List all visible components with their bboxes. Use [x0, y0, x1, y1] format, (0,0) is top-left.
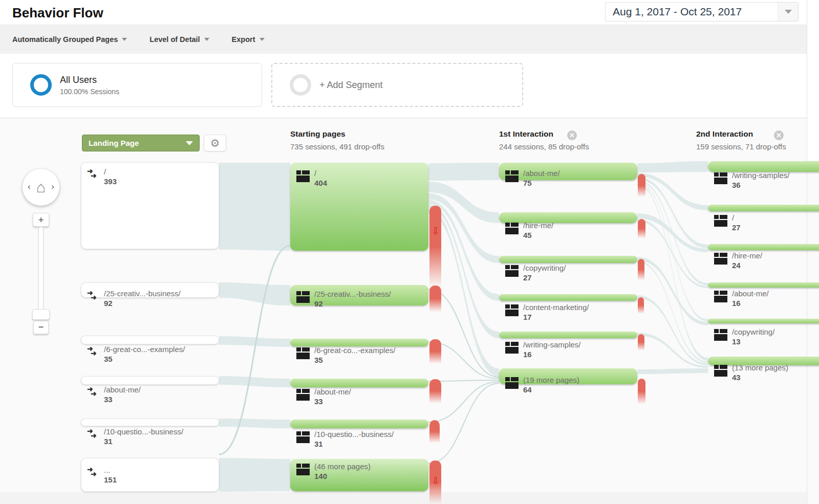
export-label: Export [232, 35, 255, 43]
zoom-out-button[interactable]: − [33, 321, 49, 334]
dropoff-band [638, 219, 645, 238]
date-range-caret[interactable] [778, 3, 798, 21]
flow-node-starting-4[interactable] [290, 420, 428, 428]
flow-node-first_interaction-5[interactable] [499, 368, 637, 384]
level-of-detail-label: Level of Detail [149, 35, 200, 43]
close-icon[interactable]: ✕ [567, 130, 577, 140]
dropoff-band [429, 420, 440, 443]
dropoff-band [638, 334, 644, 350]
chevron-down-icon [785, 10, 792, 14]
zoom-slider-thumb[interactable] [32, 309, 50, 320]
dropoff-band [638, 259, 644, 280]
chevron-down-icon [204, 38, 209, 41]
column-subtitle-1st-interaction: 244 sessions, 85 drop-offs [499, 142, 589, 151]
flow-node-starting-1[interactable] [290, 285, 428, 305]
dropoff-band [429, 206, 441, 288]
chevron-left-icon[interactable]: ‹ [28, 182, 31, 192]
grouping-dropdown[interactable]: Automatically Grouped Pages [12, 35, 127, 43]
column-subtitle-2nd-interaction: 159 sessions, 71 drop-offs [696, 142, 786, 151]
zoom-in-button[interactable]: + [33, 213, 49, 227]
export-dropdown[interactable]: Export [232, 35, 265, 43]
segments-bar: All Users 100.00% Sessions + Add Segment [0, 54, 819, 118]
flow-node-first_interaction-4[interactable] [499, 332, 637, 338]
flow-node-starting-5[interactable] [290, 459, 428, 491]
segment-detail: 100.00% Sessions [60, 87, 119, 96]
flow-node-first_interaction-3[interactable] [499, 294, 637, 301]
column-title-starting-pages: Starting pages [290, 129, 346, 139]
column-subtitle-starting-pages: 735 sessions, 491 drop-offs [290, 142, 384, 151]
flow-node-starting-0[interactable] [290, 163, 428, 251]
column-title-2nd-interaction: 2nd Interaction [696, 129, 753, 139]
flow-node-second_interaction-0[interactable] [708, 161, 819, 172]
right-gutter [807, 0, 819, 160]
dropoff-band [429, 339, 441, 364]
close-icon[interactable]: ✕ [774, 130, 784, 140]
date-range-text: Aug 1, 2017 - Oct 25, 2017 [606, 6, 778, 18]
flow-node-second_interaction-3[interactable] [708, 282, 819, 288]
add-segment-label: + Add Segment [319, 80, 383, 91]
flow-node-landing-5[interactable] [81, 458, 219, 492]
segment-donut-icon [30, 74, 52, 96]
segment-all-users[interactable]: All Users 100.00% Sessions [12, 63, 262, 107]
dropoff-band [429, 379, 441, 403]
flow-node-first_interaction-0[interactable] [499, 163, 637, 180]
flow-node-second_interaction-5[interactable] [708, 357, 819, 365]
dropoff-arrow-icon: ⇩ [432, 475, 440, 487]
flow-node-landing-3[interactable] [81, 376, 219, 385]
flow-node-second_interaction-2[interactable] [708, 244, 819, 250]
column-title-1st-interaction: 1st Interaction [499, 129, 553, 139]
dropoff-band [429, 286, 441, 312]
toolbar: Automatically Grouped Pages Level of Det… [0, 25, 819, 54]
chevron-right-icon[interactable]: › [51, 182, 54, 192]
dropoff-band [638, 379, 645, 404]
chevron-down-icon [186, 141, 193, 145]
dimension-label: Landing Page [89, 139, 186, 147]
chevron-down-icon [122, 38, 127, 41]
dropoff-band [638, 297, 644, 314]
grouping-label: Automatically Grouped Pages [12, 35, 118, 43]
segment-name: All Users [60, 75, 119, 85]
flow-navigator[interactable]: ‹ ⌂ › [23, 169, 59, 206]
flow-node-landing-1[interactable] [81, 282, 219, 298]
flow-node-first_interaction-1[interactable] [499, 212, 637, 223]
dimension-selector[interactable]: Landing Page [82, 135, 200, 151]
flow-node-landing-0[interactable] [81, 162, 219, 249]
zoom-slider-track[interactable] [38, 227, 44, 314]
segment-donut-icon [290, 74, 311, 96]
flow-node-landing-2[interactable] [81, 336, 219, 344]
chevron-down-icon [260, 38, 265, 41]
page-title: Behavior Flow [12, 5, 103, 21]
add-segment-button[interactable]: + Add Segment [271, 63, 523, 107]
flow-node-landing-4[interactable] [81, 419, 219, 426]
level-of-detail-dropdown[interactable]: Level of Detail [149, 35, 209, 43]
flow-node-second_interaction-1[interactable] [708, 205, 819, 211]
home-icon[interactable]: ⌂ [36, 180, 46, 195]
flow-node-starting-2[interactable] [290, 339, 428, 346]
gear-icon[interactable]: ⚙ [204, 135, 226, 151]
flow-node-first_interaction-2[interactable] [499, 256, 637, 263]
date-range-selector[interactable]: Aug 1, 2017 - Oct 25, 2017 [605, 2, 799, 21]
dropoff-arrow-icon: ⇩ [432, 225, 440, 237]
flow-node-starting-3[interactable] [290, 379, 428, 387]
dropoff-band [638, 174, 645, 197]
flow-node-second_interaction-4[interactable] [708, 319, 819, 323]
